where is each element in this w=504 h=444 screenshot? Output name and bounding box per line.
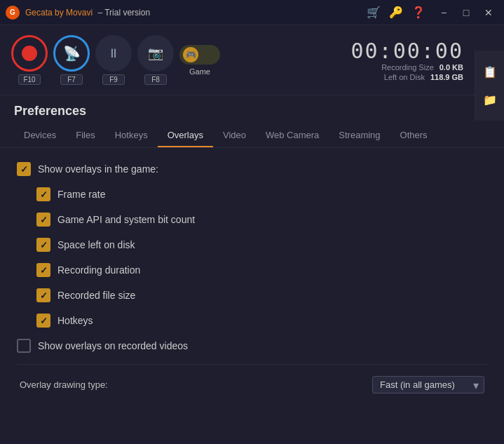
divider	[17, 364, 487, 365]
checkmark-icon: ✓	[40, 291, 48, 300]
left-on-disk-row: Left on Disk 118.9 GB	[384, 73, 463, 81]
toggle-knob: 🎮	[183, 47, 198, 62]
checkmark-icon: ✓	[40, 215, 48, 224]
tab-overlays[interactable]: Overlays	[158, 124, 213, 147]
tab-webcamera[interactable]: Web Camera	[256, 124, 329, 147]
recorded-file-size-label: Recorded file size	[57, 290, 135, 301]
tab-hotkeys[interactable]: Hotkeys	[105, 124, 158, 147]
pause-button[interactable]: ⏸	[95, 35, 132, 72]
show-in-game-row[interactable]: ✓ Show overlays in the game:	[17, 162, 487, 176]
pause-key-badge: F9	[102, 74, 125, 85]
timer-info: Recording Size 0.0 KB Left on Disk 118.9…	[381, 63, 463, 81]
record-button[interactable]	[11, 35, 48, 72]
recording-duration-checkbox[interactable]: ✓	[36, 263, 50, 277]
game-api-checkbox[interactable]: ✓	[36, 213, 50, 227]
drawing-type-label: Overlay drawing type:	[20, 379, 108, 390]
game-toggle-group: 🎮 Game	[179, 45, 220, 76]
record-button-group: F10	[11, 35, 48, 85]
drawing-type-select[interactable]: Fast (in all games)	[372, 376, 484, 393]
game-api-row[interactable]: ✓ Game API and system bit count	[36, 213, 487, 227]
checkmark-icon: ✓	[40, 316, 48, 325]
game-api-label: Game API and system bit count	[57, 214, 195, 225]
recording-size-label: Recording Size	[381, 63, 434, 72]
checkmark-icon: ✓	[40, 266, 48, 275]
timer-display: 00:00:00	[351, 39, 464, 63]
webcam-icon: 📡	[63, 45, 81, 62]
recording-size-row: Recording Size 0.0 KB	[381, 63, 463, 72]
pause-icon: ⏸	[107, 46, 120, 61]
overlay-drawing-type-row: Overlay drawing type: Fast (in all games…	[17, 376, 487, 393]
screenshot-button-group: 📷 F8	[137, 35, 174, 85]
minimize-button[interactable]: −	[434, 4, 454, 21]
game-toggle[interactable]: 🎮	[179, 45, 220, 65]
pause-button-group: ⏸ F9	[95, 35, 132, 85]
recorder-bar: F10 📡 F7 ⏸ F9 📷 F8	[0, 25, 504, 95]
preferences-panel: Preferences ∧ Devices Files Hotkeys Over…	[0, 95, 504, 444]
recording-duration-label: Recording duration	[57, 264, 140, 276]
folder-icon: 📁	[483, 93, 497, 107]
key-icon[interactable]: 🔑	[389, 6, 403, 19]
frame-rate-checkbox[interactable]: ✓	[36, 187, 50, 201]
preferences-tabs: Devices Files Hotkeys Overlays Video Web…	[0, 124, 504, 148]
tab-video[interactable]: Video	[213, 124, 256, 147]
help-icon[interactable]: ❓	[411, 6, 425, 19]
recorder-controls: F10 📡 F7 ⏸ F9 📷 F8	[11, 35, 340, 85]
camera-icon: 📷	[148, 46, 163, 61]
screenshot-button[interactable]: 📷	[137, 35, 174, 72]
drawing-type-select-wrapper: Fast (in all games)	[372, 376, 484, 393]
space-left-label: Space left on disk	[57, 239, 135, 250]
timer-section: 00:00:00 Recording Size 0.0 KB Left on D…	[351, 39, 464, 81]
side-panel: 📋 📁	[475, 51, 504, 121]
recorded-file-size-row[interactable]: ✓ Recorded file size	[36, 288, 487, 302]
checkmark-icon: ✓	[40, 190, 48, 199]
left-on-disk-value: 118.9 GB	[430, 73, 463, 81]
frame-rate-label: Frame rate	[57, 189, 105, 200]
webcam-key-badge: F7	[60, 74, 83, 85]
recorded-file-size-checkbox[interactable]: ✓	[36, 288, 50, 302]
close-button[interactable]: ✕	[479, 4, 498, 21]
app-title: Gecata by Movavi – Trial version	[25, 8, 367, 18]
maximize-button[interactable]: □	[456, 4, 476, 21]
hotkeys-label: Hotkeys	[57, 315, 93, 326]
record-key-badge: F10	[18, 74, 41, 85]
panel-view-button[interactable]: 📋	[477, 59, 503, 84]
trial-label: – Trial version	[97, 8, 150, 18]
checkmark-icon: ✓	[20, 165, 28, 174]
folder-button[interactable]: 📁	[477, 87, 503, 112]
tab-streaming[interactable]: Streaming	[329, 124, 390, 147]
hotkeys-row[interactable]: ✓ Hotkeys	[36, 314, 487, 328]
preferences-title: Preferences	[14, 104, 86, 119]
tab-devices[interactable]: Devices	[14, 124, 66, 147]
show-in-game-checkbox[interactable]: ✓	[17, 162, 31, 176]
screenshot-key-badge: F8	[144, 74, 167, 85]
hotkeys-checkbox[interactable]: ✓	[36, 314, 50, 328]
space-left-checkbox[interactable]: ✓	[36, 238, 50, 252]
preferences-header: Preferences ∧	[0, 95, 504, 124]
title-bar-icons: 🛒 🔑 ❓	[367, 6, 425, 19]
title-bar: G Gecata by Movavi – Trial version 🛒 🔑 ❓…	[0, 0, 504, 25]
webcam-button-group: 📡 F7	[53, 35, 90, 85]
tab-others[interactable]: Others	[390, 124, 437, 147]
webcam-button[interactable]: 📡	[53, 35, 90, 72]
left-on-disk-label: Left on Disk	[384, 73, 425, 81]
window-controls: − □ ✕	[434, 4, 498, 21]
recording-duration-row[interactable]: ✓ Recording duration	[36, 263, 487, 277]
show-on-recorded-label: Show overlays on recorded videos	[38, 340, 188, 351]
frame-rate-row[interactable]: ✓ Frame rate	[36, 187, 487, 201]
app-logo: G	[6, 6, 20, 20]
record-icon	[22, 46, 37, 61]
checkmark-icon: ✓	[40, 241, 48, 250]
preferences-content: ✓ Show overlays in the game: ✓ Frame rat…	[0, 148, 504, 444]
recording-size-value: 0.0 KB	[440, 63, 463, 72]
game-label: Game	[189, 67, 210, 76]
show-on-recorded-checkbox[interactable]	[17, 339, 31, 353]
panel-view-icon: 📋	[483, 65, 497, 79]
space-left-row[interactable]: ✓ Space left on disk	[36, 238, 487, 252]
show-on-recorded-row[interactable]: Show overlays on recorded videos	[17, 339, 487, 353]
show-in-game-label: Show overlays in the game:	[38, 163, 158, 175]
cart-icon[interactable]: 🛒	[367, 6, 381, 19]
tab-files[interactable]: Files	[66, 124, 104, 147]
